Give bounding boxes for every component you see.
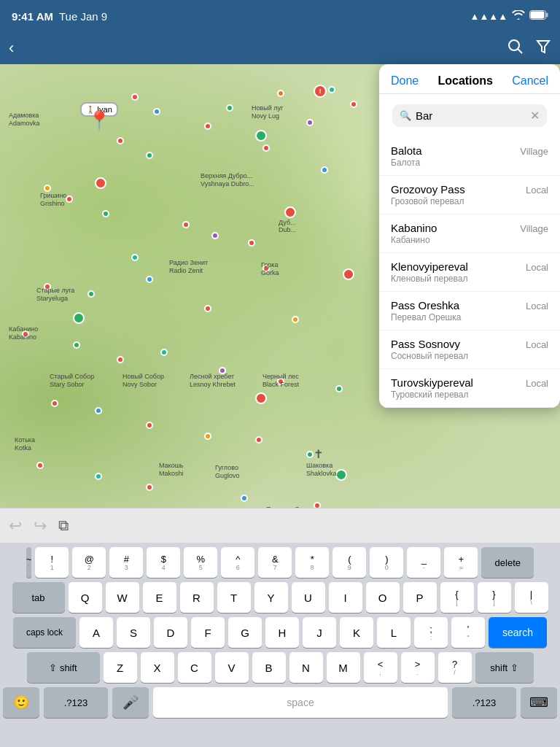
map-label: Vyshnaya Dubro... (201, 180, 254, 187)
shift-right-key[interactable]: shift ⇧ (475, 652, 534, 683)
key-exclaim-1[interactable]: !1 (35, 547, 69, 578)
done-button[interactable]: Done (391, 74, 419, 88)
copy-button[interactable]: ⧉ (58, 517, 69, 534)
search-field-container[interactable]: 🔍 ✕ (392, 104, 547, 127)
key-w[interactable]: W (106, 582, 139, 613)
map-label: Grishino (40, 200, 65, 207)
key-dollar-4[interactable]: $4 (147, 547, 180, 578)
map-label: Novy Lug (252, 112, 279, 120)
map-label: Старые луга (36, 287, 74, 294)
key-rbrace[interactable]: }] (478, 582, 511, 613)
signal-icon: ▲▲▲▲ (470, 11, 508, 22)
delete-key[interactable]: delete (481, 547, 534, 578)
map-label: Novy Sobor (122, 381, 157, 388)
key-g[interactable]: G (228, 617, 262, 648)
search-panel: Done Locations Cancel 🔍 ✕ Balota Балота … (379, 64, 560, 408)
key-amp-7[interactable]: &7 (258, 547, 292, 578)
svg-point-3 (509, 40, 519, 50)
key-at-2[interactable]: @2 (72, 547, 106, 578)
svg-line-4 (518, 49, 522, 53)
key-p[interactable]: P (403, 582, 437, 613)
map-label: Black Forest (262, 381, 299, 388)
cancel-button[interactable]: Cancel (512, 74, 548, 88)
key-s[interactable]: S (117, 617, 150, 648)
search-input[interactable] (416, 109, 527, 122)
clear-button[interactable]: ✕ (530, 109, 540, 123)
locations-title: Locations (438, 74, 493, 88)
key-hash-3[interactable]: #3 (109, 547, 143, 578)
status-time: 9:41 AM (12, 10, 53, 23)
caps-lock-key[interactable]: caps lock (13, 617, 76, 648)
key-b[interactable]: B (252, 652, 286, 683)
key-star-8[interactable]: *8 (295, 547, 329, 578)
nav-bar: ‹ (0, 32, 560, 64)
result-item-klenovy[interactable]: Klenovyipereval Кленовый перевал Local (379, 253, 560, 292)
result-item-kabanino[interactable]: Kabanino Кабанино Village (379, 214, 560, 253)
num-toggle-left-key[interactable]: .?123 (44, 687, 108, 718)
map-label: Kabanino (9, 333, 36, 341)
tab-key[interactable]: tab (12, 582, 65, 613)
map-label: Радио Зенит (169, 259, 208, 266)
result-item-pass-oreshka[interactable]: Pass Oreshka Перевал Орешка Local (379, 292, 560, 330)
key-gt-period[interactable]: >. (401, 652, 435, 683)
key-quote[interactable]: '" (451, 617, 485, 648)
key-y[interactable]: Y (254, 582, 288, 613)
mic-key[interactable]: 🎤 (112, 687, 149, 718)
key-m[interactable]: M (327, 652, 360, 683)
key-x[interactable]: X (141, 652, 174, 683)
key-q[interactable]: Q (69, 582, 102, 613)
key-rparen-0[interactable]: )0 (370, 547, 403, 578)
key-h[interactable]: H (265, 617, 299, 648)
key-e[interactable]: E (143, 582, 176, 613)
map-label: Макошь (159, 462, 184, 469)
shift-left-key[interactable]: ⇧ shift (27, 652, 100, 683)
num-toggle-right-key[interactable]: .?123 (452, 687, 516, 718)
key-f[interactable]: F (191, 617, 225, 648)
key-tilde-backtick[interactable]: ~` (26, 547, 32, 578)
key-semicolon[interactable]: ;: (414, 617, 448, 648)
key-a[interactable]: A (79, 617, 113, 648)
key-t[interactable]: T (217, 582, 251, 613)
redo-button[interactable]: ↪ (34, 516, 47, 535)
space-key[interactable]: space (153, 687, 448, 718)
svg-rect-1 (546, 13, 548, 18)
undo-button[interactable]: ↩ (9, 516, 22, 535)
result-item-pass-sosnovy[interactable]: Pass Sosnovy Сосновый перевал Local (379, 330, 560, 369)
key-u[interactable]: U (292, 582, 325, 613)
key-o[interactable]: O (366, 582, 400, 613)
key-lbrace[interactable]: {[ (440, 582, 474, 613)
result-item-grozovoy[interactable]: Grozovoy Pass Грозовой перевал Local (379, 176, 560, 214)
map-label: Шаковка (306, 462, 332, 469)
location-pin[interactable]: 📍 (88, 109, 111, 132)
key-caret-6[interactable]: ^6 (221, 547, 254, 578)
key-c[interactable]: C (178, 652, 211, 683)
key-underscore-minus[interactable]: _- (407, 547, 440, 578)
status-bar: 9:41 AM Tue Jan 9 ▲▲▲▲ (0, 0, 560, 32)
key-lt-comma[interactable]: <, (364, 652, 397, 683)
key-pipe[interactable]: |\ (515, 582, 548, 613)
panel-header: Done Locations Cancel (379, 64, 560, 94)
emoji-key[interactable]: 🙂 (3, 687, 39, 718)
key-question-slash[interactable]: ?/ (438, 652, 472, 683)
search-key[interactable]: search (489, 617, 547, 648)
keyboard-dismiss-key[interactable]: ⌨ (521, 687, 557, 718)
key-d[interactable]: D (154, 617, 187, 648)
result-item-turovskiy[interactable]: Turovskiypereval Туровский перевал Local (379, 369, 560, 408)
key-r[interactable]: R (180, 582, 214, 613)
search-button[interactable] (508, 39, 524, 58)
key-percent-5[interactable]: %5 (184, 547, 217, 578)
filter-button[interactable] (535, 39, 551, 58)
key-v[interactable]: V (215, 652, 249, 683)
result-item-balota[interactable]: Balota Балота Village (379, 137, 560, 176)
key-k[interactable]: K (340, 617, 373, 648)
key-lparen-9[interactable]: (9 (332, 547, 366, 578)
key-l[interactable]: L (377, 617, 411, 648)
map-label: Верхняя Дубро... (201, 172, 252, 179)
key-i[interactable]: I (329, 582, 362, 613)
key-plus-equal[interactable]: += (444, 547, 478, 578)
map-label: Kotka (15, 444, 31, 452)
key-n[interactable]: N (289, 652, 323, 683)
key-j[interactable]: J (303, 617, 336, 648)
back-button[interactable]: ‹ (9, 39, 14, 58)
key-z[interactable]: Z (104, 652, 137, 683)
